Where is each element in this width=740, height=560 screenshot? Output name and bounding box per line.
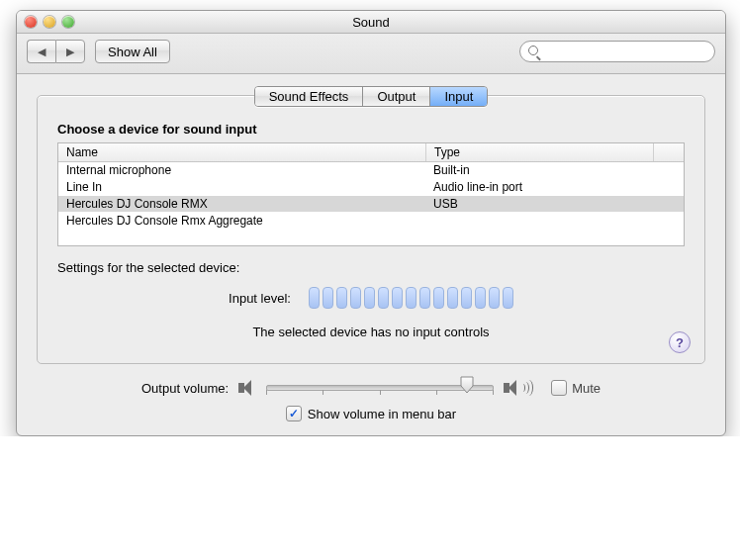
device-table: Name Type Internal microphoneBuilt-inLin… [57,142,685,246]
input-level-row: Input level: [57,287,685,309]
show-all-button[interactable]: Show All [95,40,170,63]
output-volume-slider[interactable] [266,378,494,398]
menubar-label: Show volume in menu bar [308,407,456,421]
level-bar [336,287,347,309]
nav-buttons: ◀ ▶ [27,40,85,63]
input-level-meter [309,287,513,309]
forward-button[interactable]: ▶ [55,40,85,63]
search-icon [528,46,540,57]
tab-bar: Sound EffectsOutputInput [37,86,705,107]
mute-checkbox[interactable] [551,380,567,396]
device-type [425,213,684,229]
level-bar [309,287,320,309]
chevron-right-icon: ▶ [66,46,74,58]
level-bar [364,287,375,309]
tab-sound-effects[interactable]: Sound Effects [255,87,364,106]
table-row[interactable]: Line InAudio line-in port [58,179,684,196]
back-button[interactable]: ◀ [27,40,55,63]
content: Sound EffectsOutputInput Choose a device… [17,74,725,435]
menubar-checkbox[interactable] [286,406,302,421]
level-bar [419,287,430,309]
level-bar [323,287,333,309]
speaker-quiet-icon [238,380,256,396]
help-icon: ? [676,335,684,350]
minimize-icon[interactable] [44,16,55,28]
level-bar [475,287,486,309]
level-bar [461,287,472,309]
level-bar [503,287,513,309]
search-input[interactable] [545,44,706,59]
mute-label: Mute [572,381,601,396]
level-bar [447,287,458,309]
menubar-row: Show volume in menu bar [286,406,456,421]
window-title: Sound [17,15,725,30]
input-level-label: Input level: [229,291,291,306]
slider-thumb[interactable] [460,376,474,394]
device-type: Audio line-in port [425,179,684,195]
settings-label: Settings for the selected device: [57,260,685,275]
no-controls-message: The selected device has no input control… [57,325,685,339]
table-row[interactable]: Internal microphoneBuilt-in [58,162,684,179]
search-field[interactable] [519,41,715,62]
device-name: Hercules DJ Console Rmx Aggregate [58,213,425,229]
table-header: Name Type [58,143,684,162]
col-header-name[interactable]: Name [58,143,426,161]
device-name: Line In [58,179,425,195]
sound-prefs-window: Sound ◀ ▶ Show All Sound EffectsOutputIn… [16,10,726,436]
level-bar [433,287,444,309]
level-bar [489,287,500,309]
col-header-end [654,143,684,161]
output-volume-row: Output volume: [141,378,601,398]
window-controls [25,16,74,28]
device-type: Built-in [425,162,684,178]
level-bar [392,287,403,309]
table-empty-row [58,230,684,245]
toolbar: ◀ ▶ Show All [17,34,725,74]
footer: Output volume: [37,378,705,421]
titlebar[interactable]: Sound [17,11,725,34]
tab-output[interactable]: Output [363,87,430,106]
device-type: USB [425,196,684,212]
table-row[interactable]: Hercules DJ Console Rmx Aggregate [58,213,684,230]
chevron-left-icon: ◀ [38,46,46,58]
help-button[interactable]: ? [669,331,691,353]
col-header-type[interactable]: Type [426,143,654,161]
device-name: Hercules DJ Console RMX [58,196,425,212]
tab-input[interactable]: Input [430,87,487,106]
table-row[interactable]: Hercules DJ Console RMXUSB [58,196,684,213]
show-all-label: Show All [108,45,157,59]
level-bar [378,287,389,309]
input-pane: Choose a device for sound input Name Typ… [37,95,705,364]
pane-heading: Choose a device for sound input [57,122,685,137]
mute-row: Mute [551,380,601,396]
level-bar [350,287,361,309]
close-icon[interactable] [25,16,37,28]
device-name: Internal microphone [58,162,425,178]
output-volume-label: Output volume: [141,381,229,396]
zoom-icon[interactable] [62,16,74,28]
speaker-loud-icon [504,380,521,396]
level-bar [406,287,416,309]
